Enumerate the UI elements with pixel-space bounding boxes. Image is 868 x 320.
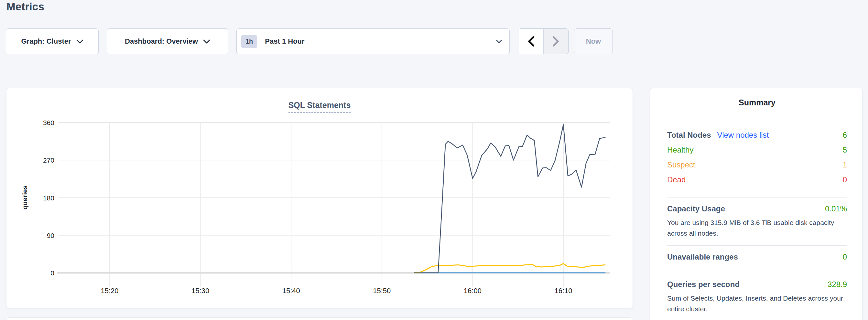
- total-nodes-row: Total Nodes View nodes list 6: [667, 128, 847, 142]
- view-nodes-list-link[interactable]: View nodes list: [717, 131, 769, 140]
- toolbar: Graph: Cluster Dashboard: Overview 1h Pa…: [6, 28, 613, 54]
- next-chart-card: [6, 317, 633, 320]
- dead-value: 0: [843, 175, 847, 184]
- page-title: Metrics: [6, 1, 44, 13]
- x-tick-label: 15:30: [191, 287, 209, 295]
- y-tick-label: 180: [43, 194, 54, 202]
- y-tick-label: 270: [43, 156, 54, 164]
- dashboard-dropdown-label: Dashboard: Overview: [125, 37, 198, 45]
- graph-dropdown[interactable]: Graph: Cluster: [6, 28, 99, 54]
- yellow-series-line: [414, 264, 605, 273]
- dead-label: Dead: [667, 175, 686, 184]
- x-tick-label: 15:40: [282, 287, 300, 295]
- chevron-down-icon: [496, 39, 502, 43]
- y-tick-label: 0: [51, 269, 54, 277]
- time-range-label: Past 1 Hour: [265, 37, 304, 45]
- y-tick-label: 360: [43, 119, 54, 126]
- suspect-value: 1: [843, 160, 847, 169]
- graph-dropdown-label: Graph: Cluster: [21, 37, 71, 45]
- chevron-left-icon: [527, 36, 534, 47]
- divider: [667, 197, 847, 197]
- dashboard-dropdown[interactable]: Dashboard: Overview: [107, 28, 228, 54]
- unavailable-ranges-label: Unavailable ranges: [667, 252, 738, 261]
- previous-range-button[interactable]: [518, 29, 543, 54]
- suspect-nodes-row: Suspect 1: [667, 157, 847, 172]
- navy-series-line: [414, 125, 605, 273]
- chevron-down-icon: [76, 39, 84, 44]
- queries-per-second-description: Sum of Selects, Updates, Inserts, and De…: [667, 293, 847, 315]
- capacity-usage-value: 0.01%: [825, 204, 847, 213]
- nodes-block: Total Nodes View nodes list 6 Healthy 5 …: [667, 128, 847, 187]
- queries-per-second-value: 328.9: [828, 280, 847, 289]
- x-tick-label: 15:50: [373, 287, 391, 295]
- time-range-badge: 1h: [241, 35, 257, 48]
- summary-panel: Summary Total Nodes View nodes list 6 He…: [650, 88, 863, 320]
- capacity-usage-row: Capacity Usage 0.01%: [667, 201, 847, 216]
- queries-per-second-row: Queries per second 328.9: [667, 277, 847, 292]
- dead-nodes-row: Dead 0: [667, 172, 847, 187]
- y-tick-label: 90: [47, 232, 54, 239]
- unavailable-ranges-row: Unavailable ranges 0: [667, 250, 847, 264]
- chevron-down-icon: [203, 39, 210, 44]
- capacity-usage-description: You are using 315.9 MiB of 3.6 TiB usabl…: [667, 218, 847, 239]
- divider: [667, 245, 847, 246]
- x-tick-label: 15:20: [100, 287, 118, 295]
- x-tick-label: 16:00: [464, 287, 482, 295]
- unavailable-ranges-value: 0: [843, 252, 847, 261]
- healthy-label: Healthy: [667, 146, 693, 155]
- healthy-nodes-row: Healthy 5: [667, 142, 847, 157]
- next-range-button[interactable]: [543, 29, 568, 54]
- x-tick-label: 16:10: [554, 287, 572, 295]
- sql-statements-card: SQL Statements queries 09018027036015:20…: [6, 88, 633, 308]
- suspect-label: Suspect: [667, 160, 695, 169]
- queries-per-second-label: Queries per second: [667, 280, 740, 289]
- total-nodes-label: Total Nodes: [667, 131, 711, 140]
- now-button[interactable]: Now: [574, 28, 613, 54]
- capacity-usage-label: Capacity Usage: [667, 204, 725, 213]
- total-nodes-value: 6: [843, 131, 847, 140]
- summary-title: Summary: [667, 98, 847, 107]
- healthy-value: 5: [843, 146, 847, 155]
- sql-statements-chart[interactable]: 09018027036015:2015:3015:4015:5016:0016:…: [6, 88, 633, 309]
- time-range-dropdown[interactable]: 1h Past 1 Hour: [237, 28, 510, 54]
- chevron-right-icon: [552, 36, 559, 47]
- time-step-button-group: [518, 28, 568, 54]
- divider: [667, 273, 847, 273]
